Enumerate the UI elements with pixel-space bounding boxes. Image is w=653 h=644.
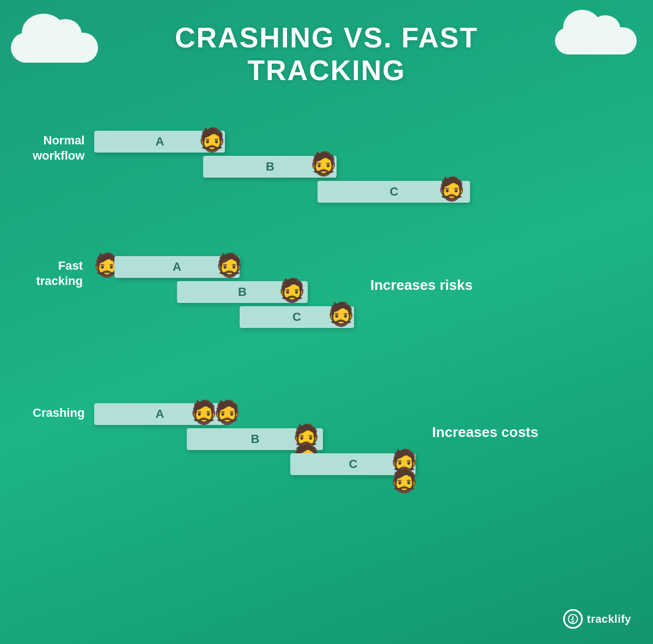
- logo-icon: [563, 609, 583, 629]
- fast-label: Fast tracking: [33, 256, 93, 288]
- cloud-left: [11, 33, 98, 63]
- person-fast-a-right: 🧔: [215, 252, 243, 278]
- clock-check-icon: [567, 613, 578, 624]
- normal-bars-container: A 🧔 B 🧔 C 🧔: [94, 131, 584, 202]
- normal-label: Normal workflow: [33, 131, 94, 163]
- fast-bars-container: 🧔 A 🧔 B 🧔 C 🧔 Increases risks: [93, 256, 539, 335]
- logo: tracklify: [563, 609, 631, 629]
- normal-workflow-section: Normal workflow A 🧔 B 🧔 C 🧔: [33, 131, 584, 202]
- person-crash-c2: 🧔: [390, 467, 418, 494]
- person-normal-c: 🧔: [437, 175, 466, 202]
- increases-risks-label: Increases risks: [370, 277, 473, 294]
- person-normal-a: 🧔: [198, 126, 226, 153]
- increases-costs-label: Increases costs: [432, 424, 538, 441]
- background: CRASHING VS. FAST TRACKING Normal workfl…: [0, 0, 653, 644]
- person-crash-a2: 🧔: [213, 399, 241, 426]
- crashing-section: Crashing A 🧔 🧔 B 🧔 🧔 C 🧔 🧔 Increases cos…: [33, 403, 612, 523]
- crashing-bars-container: A 🧔 🧔 B 🧔 🧔 C 🧔 🧔 Increases costs: [94, 403, 612, 523]
- person-normal-b: 🧔: [309, 150, 338, 177]
- crashing-label: Crashing: [33, 403, 94, 421]
- person-fast-c: 🧔: [327, 301, 355, 327]
- cloud-right: [555, 27, 637, 54]
- person-fast-b: 🧔: [278, 277, 306, 303]
- logo-text: tracklify: [587, 613, 631, 625]
- fast-tracking-section: Fast tracking 🧔 A 🧔 B 🧔 C 🧔 Increases ri…: [33, 256, 539, 335]
